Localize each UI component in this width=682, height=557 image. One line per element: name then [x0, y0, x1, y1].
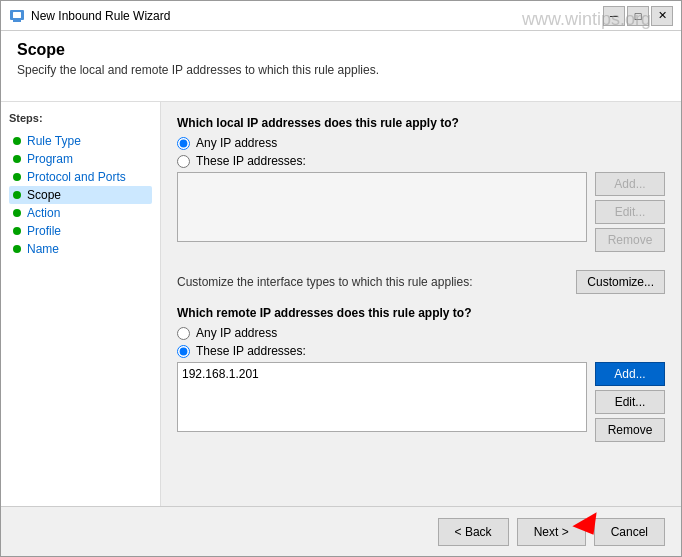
step-dot: [13, 245, 21, 253]
sidebar-item-label: Program: [27, 152, 73, 166]
sidebar-item-action[interactable]: Action: [9, 204, 152, 222]
sidebar: Steps: Rule Type Program Protocol and Po…: [1, 102, 161, 506]
local-ip-section: Which local IP addresses does this rule …: [177, 116, 665, 252]
content-area: Steps: Rule Type Program Protocol and Po…: [1, 102, 681, 506]
sidebar-item-label: Rule Type: [27, 134, 81, 148]
title-bar-left: New Inbound Rule Wizard: [9, 8, 170, 24]
remote-any-ip-label[interactable]: Any IP address: [196, 326, 277, 340]
remote-these-ip-label[interactable]: These IP addresses:: [196, 344, 306, 358]
local-these-ip-radio[interactable]: [177, 155, 190, 168]
local-any-ip-label[interactable]: Any IP address: [196, 136, 277, 150]
watermark: www.wintips.org: [522, 9, 651, 30]
remote-ip-question: Which remote IP addresses does this rule…: [177, 306, 665, 320]
sidebar-item-scope[interactable]: Scope: [9, 186, 152, 204]
local-ip-buttons: Add... Edit... Remove: [595, 172, 665, 252]
remote-these-ip-row: These IP addresses:: [177, 344, 665, 358]
step-dot: [13, 209, 21, 217]
close-button[interactable]: ✕: [651, 6, 673, 26]
wizard-window: New Inbound Rule Wizard ─ □ ✕ www.wintip…: [0, 0, 682, 557]
main-content: Which local IP addresses does this rule …: [161, 102, 681, 506]
local-add-button[interactable]: Add...: [595, 172, 665, 196]
local-ip-area-wrapper: Add... Edit... Remove: [177, 172, 665, 252]
local-ip-question: Which local IP addresses does this rule …: [177, 116, 665, 130]
sidebar-item-name[interactable]: Name: [9, 240, 152, 258]
page-title: Scope: [17, 41, 665, 59]
remote-these-ip-radio[interactable]: [177, 345, 190, 358]
remote-add-button[interactable]: Add...: [595, 362, 665, 386]
remote-edit-button[interactable]: Edit...: [595, 390, 665, 414]
remote-any-ip-row: Any IP address: [177, 326, 665, 340]
step-dot: [13, 137, 21, 145]
sidebar-item-program[interactable]: Program: [9, 150, 152, 168]
remote-ip-buttons: Add... Edit... Remove: [595, 362, 665, 442]
remote-ip-textarea[interactable]: 192.168.1.201: [177, 362, 587, 432]
sidebar-item-label: Name: [27, 242, 59, 256]
remote-any-ip-radio[interactable]: [177, 327, 190, 340]
local-remove-button[interactable]: Remove: [595, 228, 665, 252]
local-these-ip-row: These IP addresses:: [177, 154, 665, 168]
remote-ip-area-wrapper: 192.168.1.201 Add... Edit... Remove: [177, 362, 665, 442]
sidebar-item-label: Action: [27, 206, 60, 220]
step-dot: [13, 227, 21, 235]
local-these-ip-label[interactable]: These IP addresses:: [196, 154, 306, 168]
sidebar-item-label: Protocol and Ports: [27, 170, 126, 184]
window-title: New Inbound Rule Wizard: [31, 9, 170, 23]
svg-rect-1: [13, 12, 21, 18]
steps-label: Steps:: [9, 112, 152, 124]
local-any-ip-row: Any IP address: [177, 136, 665, 150]
window-icon: [9, 8, 25, 24]
step-dot: [13, 173, 21, 181]
customize-button[interactable]: Customize...: [576, 270, 665, 294]
sidebar-item-protocol[interactable]: Protocol and Ports: [9, 168, 152, 186]
sidebar-item-rule-type[interactable]: Rule Type: [9, 132, 152, 150]
step-dot: [13, 191, 21, 199]
svg-rect-3: [16, 19, 18, 22]
local-edit-button[interactable]: Edit...: [595, 200, 665, 224]
page-subtitle: Specify the local and remote IP addresse…: [17, 63, 665, 77]
local-ip-textarea[interactable]: [177, 172, 587, 242]
page-header: Scope Specify the local and remote IP ad…: [1, 31, 681, 102]
sidebar-item-profile[interactable]: Profile: [9, 222, 152, 240]
cancel-button[interactable]: Cancel: [594, 518, 665, 546]
sidebar-item-label: Profile: [27, 224, 61, 238]
remote-ip-section: Which remote IP addresses does this rule…: [177, 306, 665, 442]
sidebar-item-label: Scope: [27, 188, 61, 202]
local-any-ip-radio[interactable]: [177, 137, 190, 150]
customize-row: Customize the interface types to which t…: [177, 270, 665, 294]
customize-text: Customize the interface types to which t…: [177, 275, 472, 289]
remote-remove-button[interactable]: Remove: [595, 418, 665, 442]
back-button[interactable]: < Back: [438, 518, 509, 546]
step-dot: [13, 155, 21, 163]
